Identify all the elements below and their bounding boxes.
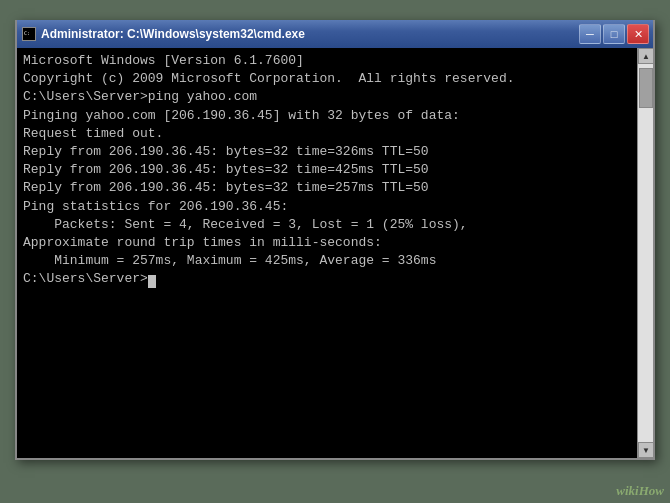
window-icon <box>21 26 37 42</box>
minimize-button[interactable]: ─ <box>579 24 601 44</box>
scroll-down-button[interactable]: ▼ <box>638 442 653 458</box>
terminal-line: C:\Users\Server>ping yahoo.com <box>23 88 631 106</box>
cursor <box>148 275 156 288</box>
window-title: Administrator: C:\Windows\system32\cmd.e… <box>41 27 579 41</box>
titlebar: Administrator: C:\Windows\system32\cmd.e… <box>17 20 653 48</box>
terminal-line: Pinging yahoo.com [206.190.36.45] with 3… <box>23 107 631 125</box>
terminal-line: Reply from 206.190.36.45: bytes=32 time=… <box>23 179 631 197</box>
terminal-line: Approximate round trip times in milli-se… <box>23 234 631 252</box>
terminal-line: C:\Users\Server> <box>23 270 631 288</box>
terminal-line: Copyright (c) 2009 Microsoft Corporation… <box>23 70 631 88</box>
terminal-output[interactable]: Microsoft Windows [Version 6.1.7600]Copy… <box>17 48 637 458</box>
cmd-window: Administrator: C:\Windows\system32\cmd.e… <box>15 20 655 460</box>
terminal-line: Minimum = 257ms, Maximum = 425ms, Averag… <box>23 252 631 270</box>
window-body: Microsoft Windows [Version 6.1.7600]Copy… <box>17 48 653 458</box>
terminal-line: Reply from 206.190.36.45: bytes=32 time=… <box>23 143 631 161</box>
close-button[interactable]: ✕ <box>627 24 649 44</box>
wikihow-badge: wikiHow <box>616 483 664 499</box>
desktop: Administrator: C:\Windows\system32\cmd.e… <box>0 0 670 503</box>
wikihow-text: wikiHow <box>616 483 664 498</box>
cmd-icon <box>22 27 36 41</box>
window-controls: ─ □ ✕ <box>579 24 649 44</box>
terminal-line: Microsoft Windows [Version 6.1.7600] <box>23 52 631 70</box>
scroll-thumb[interactable] <box>639 68 653 108</box>
terminal-line: Reply from 206.190.36.45: bytes=32 time=… <box>23 161 631 179</box>
scroll-track <box>638 64 653 442</box>
terminal-line: Packets: Sent = 4, Received = 3, Lost = … <box>23 216 631 234</box>
scroll-up-button[interactable]: ▲ <box>638 48 653 64</box>
maximize-button[interactable]: □ <box>603 24 625 44</box>
terminal-line: Request timed out. <box>23 125 631 143</box>
terminal-line: Ping statistics for 206.190.36.45: <box>23 198 631 216</box>
scrollbar[interactable]: ▲ ▼ <box>637 48 653 458</box>
